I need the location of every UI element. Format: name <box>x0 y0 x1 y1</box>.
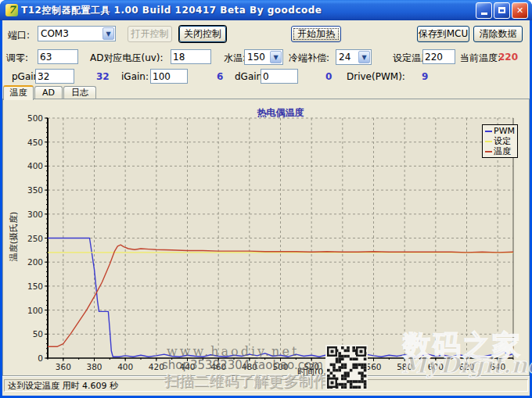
close-button[interactable]: ✕ <box>512 2 528 19</box>
tab-ad[interactable]: AD <box>34 86 63 99</box>
current-temp-value: 220 <box>498 52 518 63</box>
igain-label: iGain: <box>121 71 149 82</box>
igain-input[interactable] <box>150 69 188 84</box>
cold-comp-value: 24 <box>339 52 350 63</box>
svg-text:640: 640 <box>490 362 505 371</box>
chevron-down-icon[interactable]: ▼ <box>270 51 282 63</box>
svg-text:580: 580 <box>397 362 412 371</box>
legend-label: 温度 <box>494 145 511 157</box>
app-window: 7 T12控制器配置工具 1.00 Build 120417 Beta By g… <box>0 0 532 398</box>
svg-text:420: 420 <box>149 362 164 371</box>
close-icon: ✕ <box>516 5 523 16</box>
pgain-readout: 32 <box>96 71 110 82</box>
svg-text:0: 0 <box>38 353 43 363</box>
set-temp-input[interactable] <box>422 49 455 64</box>
svg-text:360: 360 <box>56 362 71 371</box>
svg-text:480: 480 <box>242 362 257 371</box>
svg-text:350: 350 <box>27 185 43 195</box>
ad-voltage-label: AD对应电压(uv): <box>90 52 164 65</box>
water-temp-value: 150 <box>247 52 265 63</box>
temperature-chart: 0501001502002503003504004505003603804004… <box>3 99 530 376</box>
zero-label: 调零: <box>6 52 28 65</box>
tab-temperature[interactable]: 温度 <box>3 85 34 100</box>
svg-text:150: 150 <box>27 281 43 291</box>
svg-text:450: 450 <box>27 138 43 147</box>
water-temp-select[interactable]: 150 ▼ <box>244 49 283 65</box>
zero-input[interactable] <box>38 49 78 64</box>
open-control-button[interactable]: 打开控制 <box>128 26 172 42</box>
client-area: 端口: COM3 ▼ 打开控制 关闭控制 开始加热 保存到MCU 清除数据 调零… <box>2 20 530 396</box>
svg-text:500: 500 <box>272 362 288 371</box>
svg-text:460: 460 <box>210 362 226 371</box>
maximize-icon <box>498 7 505 13</box>
ad-voltage-input[interactable] <box>171 49 211 64</box>
port-select[interactable]: COM3 ▼ <box>38 26 116 41</box>
window-title: T12控制器配置工具 1.00 Build 120417 Beta By goo… <box>21 4 474 17</box>
port-label: 端口: <box>8 29 30 42</box>
svg-text:400: 400 <box>117 362 133 371</box>
water-temp-label: 水温: <box>224 52 246 65</box>
current-temp-label: 当前温度: <box>460 52 501 65</box>
legend-item: 温度 <box>485 146 515 156</box>
port-select-value: COM3 <box>41 28 69 39</box>
chevron-down-icon[interactable]: ▼ <box>102 27 114 40</box>
minimize-icon <box>481 13 487 15</box>
drive-pwm-label: Drive(PWM): <box>347 71 405 82</box>
svg-text:100: 100 <box>27 306 43 315</box>
svg-text:200: 200 <box>27 257 43 267</box>
cold-comp-label: 冷端补偿: <box>289 52 329 65</box>
svg-text:560: 560 <box>365 362 381 371</box>
svg-text:500: 500 <box>27 113 43 123</box>
svg-text:440: 440 <box>179 362 195 371</box>
chart-legend: PWM设定温度 <box>482 124 518 158</box>
chart-panel: 热电偶温度 温度(摄氏度) 05010015020025030035040045… <box>2 99 530 376</box>
svg-text:620: 620 <box>458 362 474 371</box>
chevron-down-icon[interactable]: ▼ <box>358 51 370 63</box>
dgain-readout: 0 <box>325 71 332 82</box>
svg-text:600: 600 <box>428 362 444 371</box>
svg-text:400: 400 <box>27 161 43 170</box>
close-control-button[interactable]: 关闭控制 <box>179 26 226 42</box>
legend-swatch <box>485 141 492 142</box>
app-icon: 7 <box>5 4 18 16</box>
title-bar[interactable]: 7 T12控制器配置工具 1.00 Build 120417 Beta By g… <box>0 0 532 20</box>
dgain-input[interactable] <box>261 69 298 84</box>
tab-log[interactable]: 日志 <box>63 86 96 99</box>
start-heating-button[interactable]: 开始加热 <box>291 26 341 42</box>
cold-comp-select[interactable]: 24 ▼ <box>336 49 372 65</box>
svg-text:50: 50 <box>33 329 43 339</box>
maximize-button[interactable] <box>494 2 510 19</box>
legend-swatch <box>485 151 492 152</box>
drive-pwm-readout: 9 <box>422 71 428 82</box>
status-bar: 达到设定温度 用时 4.609 秒 <box>2 376 530 393</box>
x-axis-title: 时间(0.1秒) <box>297 366 343 378</box>
save-to-mcu-button[interactable]: 保存到MCU <box>417 26 469 42</box>
minimize-button[interactable] <box>476 2 492 19</box>
pgain-input[interactable] <box>35 69 74 84</box>
clear-data-button[interactable]: 清除数据 <box>473 26 523 42</box>
legend-swatch <box>485 131 492 132</box>
svg-text:300: 300 <box>27 210 43 219</box>
igain-readout: 6 <box>217 71 223 82</box>
svg-text:250: 250 <box>27 234 43 243</box>
status-text: 达到设定温度 用时 4.609 秒 <box>4 379 528 392</box>
svg-text:380: 380 <box>86 362 102 371</box>
